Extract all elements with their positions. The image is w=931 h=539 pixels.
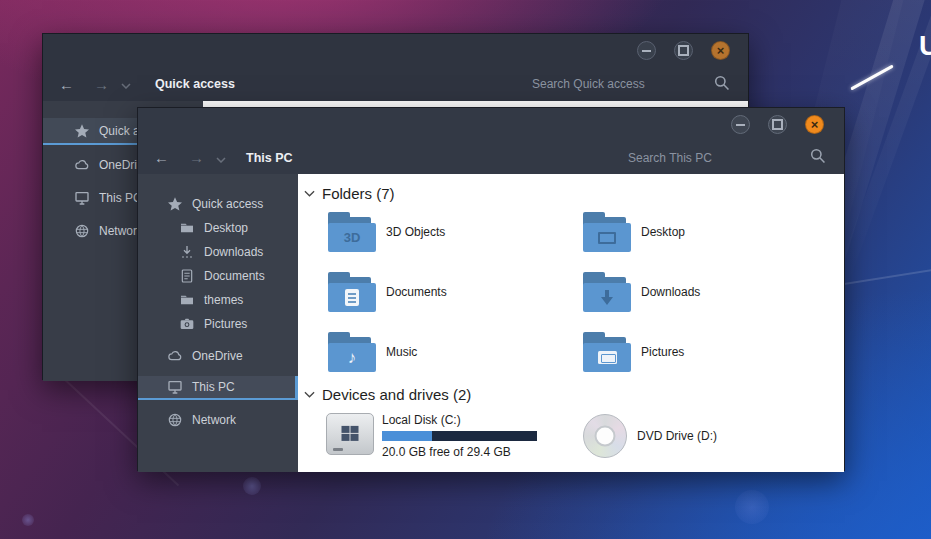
sidebar-item-label: This PC xyxy=(192,380,235,394)
folder-tile-downloads[interactable]: Downloads xyxy=(583,272,700,312)
drive-tile-dvd-d[interactable]: DVD Drive (D:) xyxy=(583,414,717,458)
sidebar: Quick access Desktop Downloads Documents xyxy=(138,174,298,472)
back-icon[interactable]: ← xyxy=(59,77,74,92)
explorer-window-this-pc: × ← → This PC Search This PC Quick acces… xyxy=(137,107,845,471)
sidebar-item-label: Network xyxy=(192,413,236,427)
folder-tile-desktop[interactable]: Desktop xyxy=(583,212,685,252)
sidebar-item-downloads[interactable]: Downloads xyxy=(138,240,298,264)
maximize-button[interactable] xyxy=(674,41,693,60)
folder-tile-music[interactable]: ♪ Music xyxy=(328,332,417,372)
sidebar-item-themes[interactable]: themes xyxy=(138,288,298,312)
folder-tile-documents[interactable]: Documents xyxy=(328,272,447,312)
folder-icon: 3D xyxy=(328,212,376,252)
monitor-icon xyxy=(73,189,91,207)
sidebar-item-desktop[interactable]: Desktop xyxy=(138,216,298,240)
sidebar-item-label: themes xyxy=(204,293,243,307)
drive-tile-local-disk-c[interactable]: Local Disk (C:) 20.0 GB free of 29.4 GB xyxy=(326,413,537,459)
search-icon[interactable] xyxy=(713,74,730,95)
folder-name: Pictures xyxy=(641,345,684,359)
wallpaper-bokeh xyxy=(735,490,769,524)
search-input[interactable]: Search Quick access xyxy=(532,74,730,95)
forward-icon[interactable]: → xyxy=(189,150,204,165)
sidebar-item-onedrive[interactable]: OneDrive xyxy=(138,344,298,368)
globe-icon xyxy=(166,411,184,429)
address-location-label[interactable]: Quick access xyxy=(155,77,235,91)
wallpaper-bokeh xyxy=(22,514,34,526)
folder-icon xyxy=(328,272,376,312)
sidebar-item-label: Quick access xyxy=(192,197,263,211)
globe-icon xyxy=(73,222,91,240)
folder-name: Downloads xyxy=(641,285,700,299)
sidebar-item-label: Desktop xyxy=(204,221,248,235)
section-header-devices[interactable]: Devices and drives (2) xyxy=(304,386,471,403)
disk-usage-bar xyxy=(382,431,537,441)
search-icon[interactable] xyxy=(809,147,826,168)
forward-icon[interactable]: → xyxy=(94,77,109,92)
minimize-button[interactable] xyxy=(731,115,750,134)
search-input[interactable]: Search This PC xyxy=(628,147,826,168)
disk-usage-fill xyxy=(382,431,432,441)
chevron-down-icon[interactable] xyxy=(216,149,226,167)
star-icon xyxy=(73,122,91,140)
cloud-icon xyxy=(73,156,91,174)
folder-icon xyxy=(583,332,631,372)
maximize-button[interactable] xyxy=(768,115,787,134)
dvd-disc-icon xyxy=(583,414,627,458)
folder-icon xyxy=(178,219,196,237)
folder-name: Desktop xyxy=(641,225,685,239)
camera-icon xyxy=(178,315,196,333)
folder-name: Documents xyxy=(386,285,447,299)
sidebar-item-label: Pictures xyxy=(204,317,247,331)
back-icon[interactable]: ← xyxy=(154,150,169,165)
sidebar-item-this-pc[interactable]: This PC xyxy=(138,376,298,400)
wallpaper-bokeh xyxy=(243,477,261,495)
folder-name: 3D Objects xyxy=(386,225,445,239)
chevron-down-icon xyxy=(304,391,315,398)
file-list-area: Folders (7) 3D 3D Objects Desktop Docume… xyxy=(298,174,844,472)
sidebar-item-label: Downloads xyxy=(204,245,263,259)
sidebar-item-label: OneDrive xyxy=(192,349,243,363)
sidebar-item-network[interactable]: Network xyxy=(138,408,298,432)
section-title: Devices and drives (2) xyxy=(322,386,471,403)
address-location-label[interactable]: This PC xyxy=(246,151,293,165)
drive-capacity-text: 20.0 GB free of 29.4 GB xyxy=(382,445,537,459)
document-icon xyxy=(178,267,196,285)
close-button[interactable]: × xyxy=(711,41,730,60)
windows-logo-icon xyxy=(342,426,359,441)
hard-drive-icon xyxy=(326,413,374,455)
download-icon xyxy=(178,243,196,261)
sidebar-item-quick-access[interactable]: Quick access xyxy=(138,192,298,216)
folder-icon xyxy=(583,212,631,252)
folder-icon xyxy=(583,272,631,312)
folder-name: Music xyxy=(386,345,417,359)
drive-name: Local Disk (C:) xyxy=(382,413,537,427)
sidebar-item-label: Documents xyxy=(204,269,265,283)
folder-tile-3d-objects[interactable]: 3D 3D Objects xyxy=(328,212,445,252)
section-header-folders[interactable]: Folders (7) xyxy=(304,185,395,202)
cloud-icon xyxy=(166,347,184,365)
titlebar[interactable]: × xyxy=(138,108,844,141)
folder-icon: ♪ xyxy=(328,332,376,372)
folder-icon xyxy=(178,291,196,309)
section-title: Folders (7) xyxy=(322,185,395,202)
star-icon xyxy=(166,195,184,213)
chevron-down-icon[interactable] xyxy=(121,75,131,93)
monitor-icon xyxy=(166,378,184,396)
search-placeholder: Search Quick access xyxy=(532,77,645,91)
sidebar-item-pictures[interactable]: Pictures xyxy=(138,312,298,336)
sidebar-item-label: This PC xyxy=(99,191,142,205)
titlebar[interactable]: × xyxy=(43,34,748,67)
close-button[interactable]: × xyxy=(805,115,824,134)
sidebar-item-documents[interactable]: Documents xyxy=(138,264,298,288)
drive-name: DVD Drive (D:) xyxy=(637,429,717,443)
desktop-clipped-text: U xyxy=(919,30,931,62)
navigation-bar: ← → This PC Search This PC xyxy=(138,141,844,174)
chevron-down-icon xyxy=(304,190,315,197)
navigation-bar: ← → Quick access Search Quick access xyxy=(43,67,748,101)
minimize-button[interactable] xyxy=(637,41,656,60)
search-placeholder: Search This PC xyxy=(628,151,712,165)
folder-tile-pictures[interactable]: Pictures xyxy=(583,332,684,372)
